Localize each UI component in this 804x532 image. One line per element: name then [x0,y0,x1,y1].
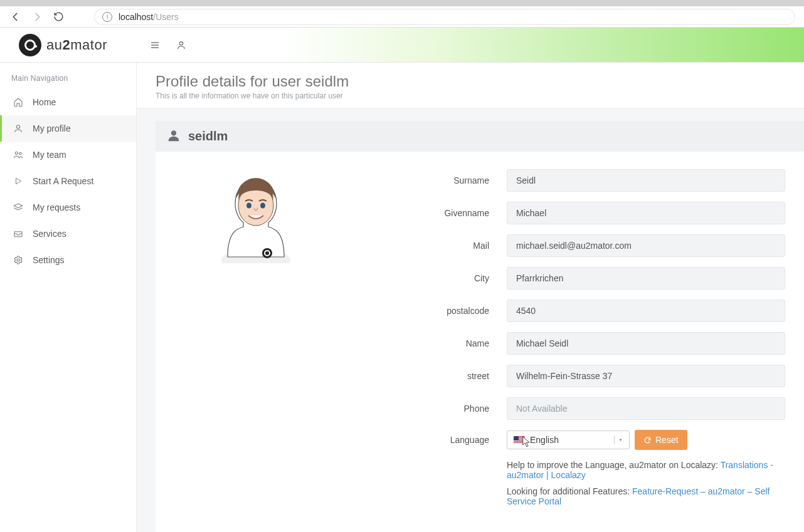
sidebar-item-label: Services [33,229,66,239]
sidebar-item-settings[interactable]: Settings [0,247,136,273]
gear-icon [13,254,24,266]
app-header: au2mator [0,28,804,63]
sidebar-item-my-profile[interactable]: My profile [0,115,136,142]
site-info-icon[interactable]: i [102,12,112,22]
sidebar-heading: Main Navigation [0,74,136,89]
page-title: Profile details for user seidlm [156,73,785,90]
home-icon [13,96,24,108]
svg-point-14 [246,203,251,209]
street-label: street [356,371,507,381]
menu-toggle-button[interactable] [149,39,161,51]
help-localazy: Help to improve the Language, au2mator o… [507,460,785,480]
postalcode-input[interactable]: 4540 [507,300,785,322]
svg-point-10 [17,259,19,261]
givenname-label: Givenname [356,208,507,218]
browser-tab-strip [0,0,804,6]
logo-mark-icon [19,34,41,56]
surname-label: Surname [356,175,507,185]
url-text: localhost/Users [119,12,179,22]
postalcode-label: postalcode [356,306,507,316]
street-input[interactable]: Wilhelm-Fein-Strasse 37 [507,365,785,387]
language-value: English [530,435,559,445]
svg-marker-7 [16,178,21,184]
language-select[interactable]: English [507,430,630,449]
mail-label: Mail [356,241,507,251]
reset-button[interactable]: Reset [635,430,687,450]
chevron-down-icon [614,436,623,444]
stack-icon [13,202,24,213]
mail-input[interactable]: michael.seidl@au2mator.com [507,234,785,257]
sidebar-item-label: My profile [33,123,71,133]
browser-reload-button[interactable] [51,10,65,24]
sidebar: Main Navigation Home My profile My team … [0,63,137,532]
sidebar-item-label: Home [33,97,56,107]
refresh-icon [643,436,652,444]
phone-label: Phone [356,404,507,414]
name-input[interactable]: Michael Seidl [507,332,785,355]
sidebar-item-label: Start A Request [33,176,93,186]
surname-input[interactable]: Seidl [507,169,785,192]
browser-forward-button[interactable] [30,10,44,24]
sidebar-item-my-requests[interactable]: My requests [0,194,136,221]
browser-back-button[interactable] [9,10,23,24]
user-account-button[interactable] [176,39,187,51]
sidebar-item-my-team[interactable]: My team [0,142,136,168]
team-icon [13,149,24,160]
logo-text: au2mator [46,37,107,53]
sidebar-item-label: Settings [33,255,65,265]
svg-rect-9 [14,232,22,237]
name-label: Name [356,338,507,348]
profile-avatar [209,169,303,263]
profile-panel: seidlm [156,121,804,532]
profile-panel-header: seidlm [156,121,804,152]
profile-username: seidlm [188,129,228,143]
browser-address-bar[interactable]: i localhost/Users [94,9,795,25]
city-input[interactable]: Pfarrkrichen [507,267,785,289]
sidebar-item-start-request[interactable]: Start A Request [0,168,136,194]
svg-point-11 [171,130,176,135]
svg-point-5 [15,152,18,154]
svg-marker-18 [619,439,622,441]
svg-point-16 [262,248,272,258]
app-logo[interactable]: au2mator [0,34,137,56]
sidebar-item-services[interactable]: Services [0,221,136,247]
inbox-icon [13,228,24,239]
city-label: City [356,273,507,283]
svg-point-15 [260,203,265,209]
page-header: Profile details for user seidlm This is … [137,63,804,108]
user-icon [167,128,181,144]
svg-marker-8 [14,204,22,208]
givenname-input[interactable]: Michael [507,202,785,224]
language-label: Language [356,435,507,445]
phone-input[interactable]: Not Available [507,397,785,420]
main-content: Profile details for user seidlm This is … [137,63,804,532]
browser-toolbar: i localhost/Users [0,6,804,28]
sidebar-item-home[interactable]: Home [0,89,136,115]
flag-us-icon [514,436,525,444]
play-icon [13,175,24,187]
help-feature-request: Looking for additional Features: Feature… [507,486,785,506]
svg-point-4 [16,125,19,128]
page-subtitle: This is all the information we have on t… [156,91,785,100]
sidebar-item-label: My team [33,150,66,160]
sidebar-item-label: My requests [33,202,80,212]
svg-point-6 [19,152,21,154]
svg-point-3 [179,41,182,44]
user-icon [13,123,24,134]
